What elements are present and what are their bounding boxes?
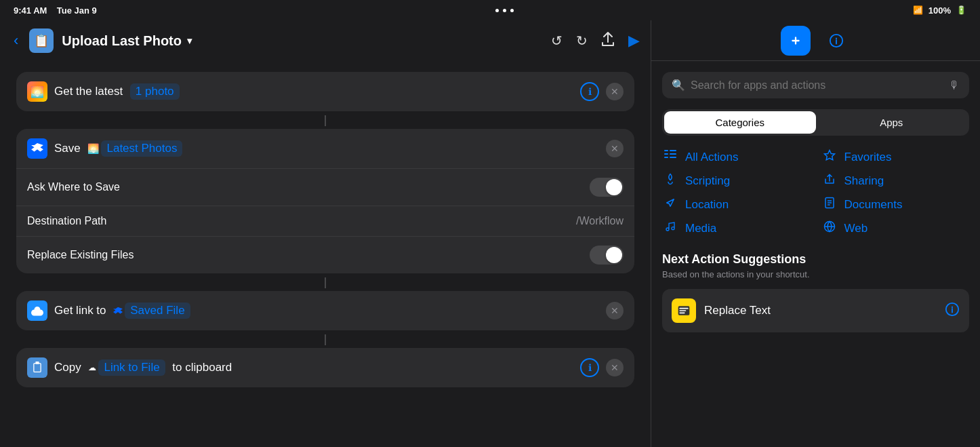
- right-panel-header: [651, 20, 980, 61]
- cat-label-media: Media: [685, 222, 716, 235]
- cat-item-web[interactable]: Web: [821, 220, 970, 236]
- action-header-save: Save 🌅 Latest Photos ✕: [16, 129, 634, 168]
- action-copy: Copy ☁ Link to File to clipboard ℹ ✕: [16, 348, 634, 387]
- redo-button[interactable]: ↻: [576, 33, 588, 49]
- share-button[interactable]: [601, 32, 615, 50]
- main-layout: ‹ 📋 Upload Last Photo ▾ ↺ ↻ ▶: [0, 20, 980, 447]
- status-bar: 9:41 AM Tue Jan 9 📶 100% 🔋: [0, 0, 980, 20]
- right-panel: 🔍 🎙 Categories Apps: [651, 20, 980, 447]
- battery-label: 100%: [928, 5, 951, 16]
- latest-photos-token[interactable]: Latest Photos: [101, 140, 182, 157]
- replace-label: Replace Existing Files: [27, 249, 581, 261]
- wifi-icon: 📶: [913, 5, 923, 15]
- connector-2: [325, 277, 326, 288]
- save-close-button[interactable]: ✕: [606, 140, 624, 157]
- suggestion-replace-text[interactable]: Replace Text: [662, 289, 969, 332]
- replace-text-label: Replace Text: [704, 304, 937, 317]
- link-cloud-icon: [27, 300, 47, 321]
- copy-close-button[interactable]: ✕: [606, 359, 624, 376]
- svg-rect-8: [664, 157, 668, 158]
- cat-item-all-actions[interactable]: All Actions: [662, 149, 811, 165]
- cat-label-location: Location: [685, 198, 729, 212]
- undo-button[interactable]: ↺: [551, 33, 563, 49]
- cat-label-favorites: Favorites: [844, 151, 892, 164]
- replace-text-icon: [672, 298, 696, 323]
- cat-item-sharing[interactable]: Sharing: [821, 173, 970, 189]
- documents-icon: [821, 197, 838, 212]
- shortcut-title: Upload Last Photo ▾: [62, 33, 192, 49]
- action-save: Save 🌅 Latest Photos ✕ Ask Where to Save: [16, 129, 634, 273]
- back-button[interactable]: ‹: [11, 29, 21, 52]
- svg-rect-6: [664, 153, 668, 155]
- mic-icon[interactable]: 🎙: [949, 79, 960, 92]
- action-get-link: Get link to Saved File ✕: [16, 291, 634, 330]
- suggestions-title: Next Action Suggestions: [662, 252, 969, 267]
- replace-files-setting: Replace Existing Files: [16, 237, 634, 273]
- clipboard-icon: [27, 357, 47, 378]
- cat-item-favorites[interactable]: Favorites: [821, 149, 970, 165]
- save-settings: Ask Where to Save Destination Path /Work…: [16, 168, 634, 273]
- status-time-date: 9:41 AM Tue Jan 9: [14, 5, 97, 16]
- svg-rect-7: [670, 153, 676, 155]
- scripting-icon: [662, 173, 678, 189]
- copy-info-button[interactable]: ℹ: [580, 358, 599, 377]
- cat-label-all-actions: All Actions: [685, 151, 738, 164]
- get-latest-info-button[interactable]: ℹ: [580, 82, 599, 101]
- action-header-get-link: Get link to Saved File ✕: [16, 291, 634, 330]
- action-header-copy: Copy ☁ Link to File to clipboard ℹ ✕: [16, 348, 634, 387]
- photos-icon: 🌅: [27, 81, 47, 102]
- cat-item-scripting[interactable]: Scripting: [662, 173, 811, 189]
- svg-rect-9: [670, 157, 676, 158]
- svg-marker-10: [824, 151, 834, 160]
- info-panel-button[interactable]: [821, 26, 851, 56]
- toolbar: ‹ 📋 Upload Last Photo ▾ ↺ ↻ ▶: [0, 20, 651, 61]
- location-icon: [662, 197, 678, 212]
- media-icon: [662, 220, 678, 236]
- link-to-file-token[interactable]: Link to File: [98, 359, 165, 376]
- web-icon: [821, 220, 838, 236]
- get-link-close-button[interactable]: ✕: [606, 302, 624, 319]
- action-get-latest: 🌅 Get the latest 1 photo ℹ ✕: [16, 72, 634, 111]
- replace-text-info-icon[interactable]: [945, 302, 960, 320]
- search-bar[interactable]: 🔍 🎙: [662, 72, 969, 98]
- tab-categories[interactable]: Categories: [664, 111, 816, 134]
- cat-item-documents[interactable]: Documents: [821, 197, 970, 212]
- ask-where-toggle[interactable]: [590, 178, 624, 197]
- dot3: [510, 9, 514, 12]
- workflow-area[interactable]: 🌅 Get the latest 1 photo ℹ ✕: [0, 61, 651, 447]
- get-latest-close-button[interactable]: ✕: [606, 83, 624, 100]
- svg-rect-5: [670, 150, 676, 151]
- replace-toggle[interactable]: [590, 246, 624, 265]
- chevron-down-icon: ▾: [187, 35, 192, 46]
- search-input[interactable]: [691, 79, 943, 92]
- ask-where-label: Ask Where to Save: [27, 181, 581, 193]
- search-icon: 🔍: [672, 79, 685, 92]
- photo-count-token[interactable]: 1 photo: [130, 83, 180, 100]
- svg-rect-0: [34, 364, 41, 372]
- connector-3: [325, 334, 326, 345]
- dot2: [503, 9, 506, 12]
- toolbar-actions: ↺ ↻ ▶: [551, 32, 640, 50]
- action-title-copy: Copy ☁ Link to File to clipboard: [54, 359, 573, 376]
- dot1: [495, 9, 499, 12]
- svg-rect-4: [664, 150, 668, 151]
- cat-label-scripting: Scripting: [685, 174, 730, 188]
- run-button[interactable]: ▶: [628, 32, 640, 50]
- tab-apps[interactable]: Apps: [816, 111, 968, 134]
- connector-1: [325, 115, 326, 126]
- action-title-get-latest: Get the latest 1 photo: [54, 83, 573, 100]
- cat-item-media[interactable]: Media: [662, 220, 811, 236]
- svg-rect-1: [35, 362, 39, 364]
- category-grid: All Actions Favorites: [662, 149, 969, 236]
- action-title-save: Save 🌅 Latest Photos: [54, 140, 599, 157]
- action-title-get-link: Get link to Saved File: [54, 303, 599, 319]
- left-panel: ‹ 📋 Upload Last Photo ▾ ↺ ↻ ▶: [0, 20, 651, 447]
- all-actions-icon: [662, 150, 678, 164]
- add-actions-button[interactable]: [781, 26, 811, 56]
- cat-item-location[interactable]: Location: [662, 197, 811, 212]
- right-panel-content: 🔍 🎙 Categories Apps: [651, 61, 980, 447]
- cat-label-web: Web: [844, 222, 868, 235]
- status-center-dots: [495, 9, 514, 12]
- saved-file-token[interactable]: Saved File: [125, 303, 190, 319]
- cat-label-documents: Documents: [844, 198, 903, 212]
